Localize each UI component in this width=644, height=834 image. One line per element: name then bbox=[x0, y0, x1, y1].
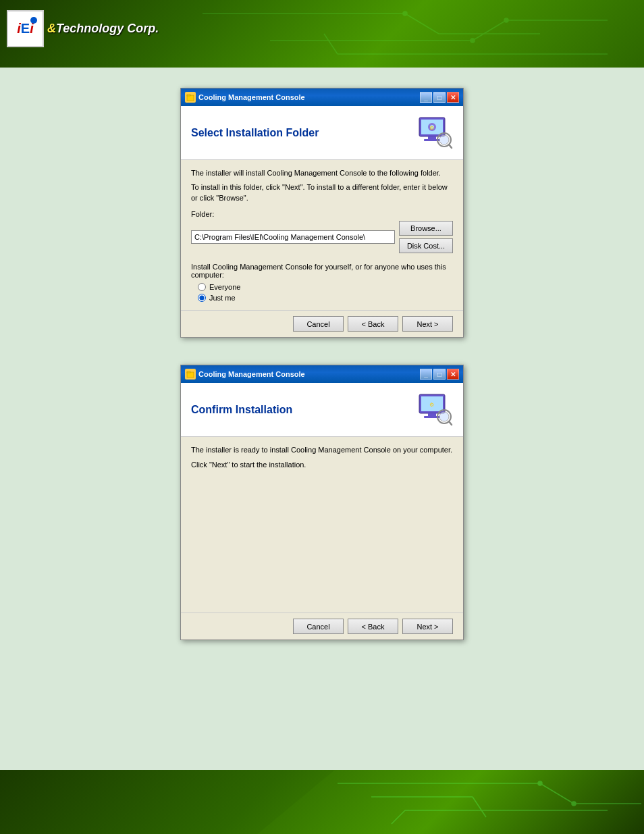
dialog2-back-button[interactable]: < Back bbox=[348, 619, 398, 634]
dialog1-desc2: To install in this folder, click "Next".… bbox=[191, 182, 453, 203]
svg-point-38 bbox=[538, 781, 542, 785]
footer bbox=[0, 770, 644, 834]
dialog2-desc1: The installer is ready to install Coolin… bbox=[191, 445, 453, 455]
install-for-label: Install Cooling Management Console for y… bbox=[191, 263, 453, 279]
svg-rect-12 bbox=[187, 95, 190, 96]
folder-row: Browse... Disk Cost... bbox=[191, 221, 453, 253]
svg-point-7 bbox=[471, 38, 475, 43]
radio-group: Everyone Just me bbox=[191, 283, 453, 302]
svg-point-8 bbox=[504, 18, 508, 22]
svg-line-10 bbox=[324, 34, 338, 54]
dialog1-controls[interactable]: _ □ ✕ bbox=[420, 92, 459, 103]
svg-line-19 bbox=[449, 145, 452, 148]
footer-circuit-decoration bbox=[0, 770, 644, 834]
dialog1-minimize-button[interactable]: _ bbox=[420, 92, 432, 103]
radio-justme-label: Just me bbox=[209, 294, 236, 302]
dialog2-header-title: Confirm Installation bbox=[191, 404, 292, 416]
svg-line-41 bbox=[473, 797, 486, 817]
radio-everyone-label: Everyone bbox=[209, 283, 240, 291]
svg-point-18 bbox=[439, 135, 449, 145]
dialog1-titlebar-left: Cooling Management Console bbox=[185, 92, 305, 103]
dialog2-controls[interactable]: _ □ ✕ bbox=[420, 369, 459, 380]
dialog1-header-icon: ⚙ bbox=[416, 114, 453, 151]
svg-line-1 bbox=[405, 14, 439, 34]
folder-label: Folder: bbox=[191, 210, 453, 218]
browse-section: Browse... Disk Cost... bbox=[399, 221, 453, 253]
computer-install-icon2: ⚙ bbox=[416, 391, 453, 428]
dialog1-titlebar: Cooling Management Console _ □ ✕ bbox=[181, 88, 463, 106]
dialog2-title: Cooling Management Console bbox=[198, 370, 305, 378]
confirm-installation-dialog: Cooling Management Console _ □ ✕ Confirm… bbox=[180, 365, 464, 640]
install-for-section: Install Cooling Management Console for y… bbox=[191, 263, 453, 302]
svg-rect-24 bbox=[187, 371, 190, 373]
dialog1-cancel-button[interactable]: Cancel bbox=[293, 316, 344, 332]
dialog1-footer: Cancel < Back Next > bbox=[181, 310, 463, 337]
svg-point-6 bbox=[403, 11, 407, 16]
svg-point-30 bbox=[439, 412, 449, 421]
svg-rect-15 bbox=[428, 136, 436, 139]
radio-justme-input[interactable] bbox=[198, 294, 206, 302]
dialog1-close-button[interactable]: ✕ bbox=[447, 92, 459, 103]
svg-line-34 bbox=[540, 783, 574, 804]
svg-line-37 bbox=[392, 810, 405, 824]
computer-install-icon: ⚙ bbox=[416, 114, 453, 151]
svg-line-31 bbox=[449, 421, 452, 425]
dialog2-footer: Cancel < Back Next > bbox=[181, 613, 463, 640]
dialog1-desc1: The installer will install Cooling Manag… bbox=[191, 168, 453, 178]
dialog2-desc2: Click "Next" to start the installation. bbox=[191, 460, 453, 470]
dialog1-header: Select Installation Folder bbox=[181, 106, 463, 160]
dialog1-title: Cooling Management Console bbox=[198, 93, 305, 101]
folder-input[interactable] bbox=[191, 230, 395, 244]
radio-everyone-input[interactable] bbox=[198, 283, 206, 291]
select-installation-folder-dialog: Cooling Management Console _ □ ✕ Select … bbox=[180, 88, 464, 338]
dialog2-header: Confirm Installation ⚙ bbox=[181, 383, 463, 437]
dialog2-maximize-button[interactable]: □ bbox=[433, 369, 446, 380]
dialog1-next-button[interactable]: Next > bbox=[402, 316, 453, 332]
dialog2-content: The installer is ready to install Coolin… bbox=[181, 437, 463, 613]
dialog1-content: The installer will install Cooling Manag… bbox=[181, 160, 463, 310]
dialog1-maximize-button[interactable]: □ bbox=[433, 92, 446, 103]
folder-section: Folder: Browse... Disk Cost... bbox=[191, 210, 453, 253]
dialog2-header-icon: ⚙ bbox=[416, 391, 453, 428]
svg-line-4 bbox=[473, 20, 506, 41]
main-content: Cooling Management Console _ □ ✕ Select … bbox=[0, 68, 644, 770]
svg-text:⚙: ⚙ bbox=[429, 402, 434, 408]
dialog1-back-button[interactable]: < Back bbox=[348, 316, 398, 332]
svg-point-39 bbox=[572, 802, 576, 806]
dialog2-body: Confirm Installation ⚙ The install bbox=[181, 383, 463, 640]
header-circuit-decoration bbox=[0, 0, 644, 68]
dialog1-title-icon bbox=[185, 92, 196, 103]
radio-justme[interactable]: Just me bbox=[198, 294, 453, 302]
browse-button[interactable]: Browse... bbox=[399, 221, 453, 236]
dialog2-close-button[interactable]: ✕ bbox=[447, 369, 459, 380]
dialog1-body: Select Installation Folder bbox=[181, 106, 463, 337]
dialog2-minimize-button[interactable]: _ bbox=[420, 369, 432, 380]
disk-cost-button[interactable]: Disk Cost... bbox=[399, 238, 453, 253]
dialog2-cancel-button[interactable]: Cancel bbox=[293, 619, 344, 634]
dialog2-titlebar-left: Cooling Management Console bbox=[185, 369, 305, 380]
dialog2-next-button[interactable]: Next > bbox=[402, 619, 453, 634]
dialog2-titlebar: Cooling Management Console _ □ ✕ bbox=[181, 365, 463, 383]
dialog2-title-icon bbox=[185, 369, 196, 380]
svg-text:⚙: ⚙ bbox=[429, 125, 434, 131]
dialog1-header-title: Select Installation Folder bbox=[191, 127, 319, 139]
radio-everyone[interactable]: Everyone bbox=[198, 283, 453, 291]
header: iEi &Technology Corp. bbox=[0, 0, 644, 68]
svg-rect-27 bbox=[428, 413, 436, 416]
